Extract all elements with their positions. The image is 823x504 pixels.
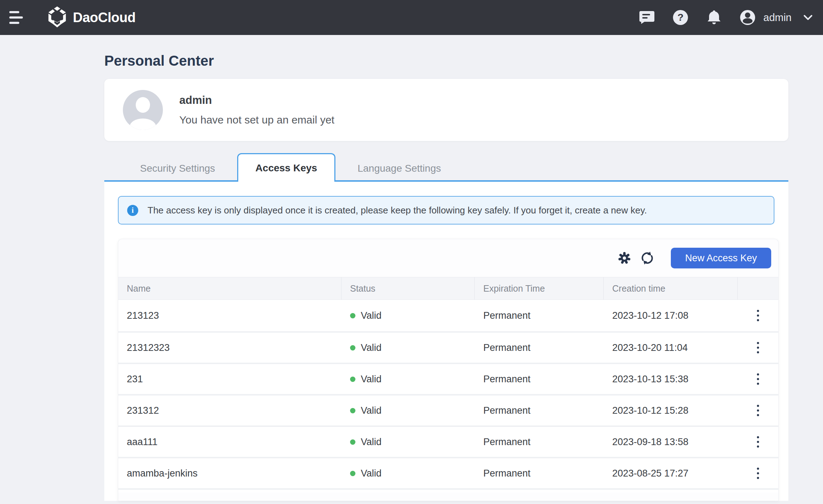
table-row: aaa111 Valid Permanent 2023-09-18 13:58 [118, 425, 778, 457]
column-header-creation-time: Creation time [604, 277, 738, 299]
status-label: Valid [361, 310, 381, 321]
access-keys-table-card: New Access Key NameStatusExpiration Time… [118, 239, 779, 501]
messages-icon[interactable] [639, 10, 655, 25]
table-body: 213123 Valid Permanent 2023-10-12 17:08 … [118, 300, 778, 488]
key-created-cell: 2023-10-12 15:28 [604, 405, 738, 416]
key-status-cell: Valid [341, 310, 475, 321]
tab-access-keys[interactable]: Access Keys [237, 153, 335, 182]
username-label: admin [763, 12, 792, 24]
info-icon: i [127, 205, 138, 216]
key-status-cell: Valid [341, 342, 475, 353]
status-dot-icon [350, 313, 355, 318]
key-expiration-cell: Permanent [475, 310, 604, 321]
profile-email-hint: You have not set up an email yet [179, 114, 334, 126]
key-expiration-cell: Permanent [475, 342, 604, 353]
top-navbar: DaoCloud ? admin [0, 0, 823, 35]
info-banner: i The access key is only displayed once … [118, 196, 774, 225]
brand-logo[interactable]: DaoCloud [47, 6, 135, 29]
profile-card: admin You have not set up an email yet [104, 79, 788, 141]
chevron-down-icon[interactable] [804, 15, 812, 20]
row-actions-kebab-icon[interactable] [752, 339, 764, 357]
status-label: Valid [361, 405, 381, 416]
profile-avatar [123, 90, 163, 130]
key-name-cell: 213123 [118, 310, 341, 321]
help-icon[interactable]: ? [673, 10, 688, 25]
status-dot-icon [350, 377, 355, 382]
column-header-expiration-time: Expiration Time [475, 277, 604, 299]
key-expiration-cell: Permanent [475, 405, 604, 416]
key-name-cell: 231 [118, 374, 341, 385]
column-header-name: Name [118, 277, 341, 299]
row-actions-kebab-icon[interactable] [752, 433, 764, 451]
row-actions-kebab-icon[interactable] [752, 464, 764, 483]
tab-bar: Security Settings Access Keys Language S… [104, 154, 788, 182]
key-name-cell: amamba-jenkins [118, 468, 341, 479]
key-name-cell: aaa111 [118, 437, 341, 448]
new-access-key-button[interactable]: New Access Key [671, 248, 771, 268]
key-status-cell: Valid [341, 468, 475, 479]
table-row: amamba-jenkins Valid Permanent 2023-08-2… [118, 457, 778, 488]
table-row-partial [118, 488, 778, 493]
column-header-actions [738, 277, 778, 299]
tab-language-settings[interactable]: Language Settings [335, 155, 463, 182]
key-expiration-cell: Permanent [475, 437, 604, 448]
table-row: 21312323 Valid Permanent 2023-10-20 11:0… [118, 331, 778, 363]
status-label: Valid [361, 437, 381, 448]
main-content: Personal Center admin You have not set u… [104, 35, 788, 501]
status-dot-icon [350, 408, 355, 413]
row-actions-kebab-icon[interactable] [752, 307, 764, 325]
table-row: 231 Valid Permanent 2023-10-13 15:38 [118, 363, 778, 394]
page-title: Personal Center [104, 35, 788, 69]
table-header: NameStatusExpiration TimeCreation time [118, 277, 778, 300]
key-status-cell: Valid [341, 374, 475, 385]
key-name-cell: 21312323 [118, 342, 341, 353]
key-created-cell: 2023-09-18 13:58 [604, 437, 738, 448]
status-label: Valid [361, 374, 381, 385]
key-created-cell: 2023-08-25 17:27 [604, 468, 738, 479]
column-header-status: Status [341, 277, 475, 299]
tab-security-settings[interactable]: Security Settings [118, 155, 237, 182]
brand-name: DaoCloud [73, 10, 135, 25]
key-status-cell: Valid [341, 437, 475, 448]
hamburger-menu-icon[interactable] [9, 11, 25, 24]
row-actions-kebab-icon[interactable] [752, 402, 764, 420]
user-avatar[interactable] [740, 10, 755, 25]
table-row: 213123 Valid Permanent 2023-10-12 17:08 [118, 300, 778, 331]
notifications-bell-icon[interactable] [706, 10, 722, 25]
key-name-cell: 231312 [118, 405, 341, 416]
key-expiration-cell: Permanent [475, 468, 604, 479]
settings-gear-icon[interactable] [617, 251, 632, 265]
profile-username: admin [179, 94, 334, 107]
row-actions-kebab-icon[interactable] [752, 370, 764, 388]
key-status-cell: Valid [341, 405, 475, 416]
status-label: Valid [361, 468, 381, 479]
status-dot-icon [350, 345, 355, 351]
refresh-icon[interactable] [640, 251, 654, 265]
key-created-cell: 2023-10-13 15:38 [604, 374, 738, 385]
table-row: 231312 Valid Permanent 2023-10-12 15:28 [118, 394, 778, 425]
key-created-cell: 2023-10-20 11:04 [604, 342, 738, 353]
info-banner-text: The access key is only displayed once it… [148, 205, 647, 216]
status-dot-icon [350, 439, 355, 445]
key-expiration-cell: Permanent [475, 374, 604, 385]
status-label: Valid [361, 342, 381, 353]
status-dot-icon [350, 471, 355, 476]
key-created-cell: 2023-10-12 17:08 [604, 310, 738, 321]
daocloud-cube-icon [47, 6, 67, 29]
access-keys-panel: i The access key is only displayed once … [104, 182, 788, 501]
table-toolbar: New Access Key [118, 239, 778, 277]
